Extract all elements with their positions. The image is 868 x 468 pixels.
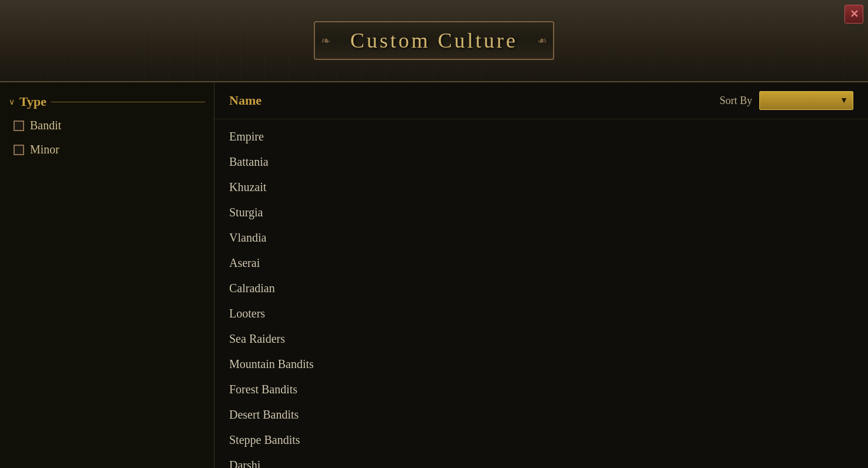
filter-item-bandit[interactable]: Bandit bbox=[9, 116, 205, 135]
list-item[interactable]: Empire bbox=[215, 124, 868, 149]
column-header: Name Sort By ▼ bbox=[215, 82, 868, 119]
list-item[interactable]: Khuzait bbox=[215, 175, 868, 200]
page-title: Custom Culture bbox=[350, 29, 518, 52]
sidebar: ∨ Type Bandit Minor bbox=[0, 82, 215, 468]
list-item[interactable]: Forest Bandits bbox=[215, 377, 868, 402]
close-button[interactable]: ✕ bbox=[844, 5, 863, 24]
filter-title: Type bbox=[19, 94, 46, 109]
list-item[interactable]: Aserai bbox=[215, 250, 868, 276]
list-item[interactable]: Sea Raiders bbox=[215, 326, 868, 352]
column-name-label: Name bbox=[229, 93, 262, 108]
sort-section: Sort By ▼ bbox=[719, 91, 853, 110]
list-item[interactable]: Darshi bbox=[215, 453, 868, 468]
header: Custom Culture ✕ bbox=[0, 0, 868, 82]
list-item[interactable]: Battania bbox=[215, 149, 868, 175]
chevron-down-icon[interactable]: ∨ bbox=[9, 97, 15, 107]
list-item[interactable]: Sturgia bbox=[215, 200, 868, 225]
sort-dropdown[interactable]: ▼ bbox=[759, 91, 853, 110]
filter-label-bandit: Bandit bbox=[30, 119, 61, 132]
filter-divider bbox=[51, 102, 205, 102]
filter-label-minor: Minor bbox=[30, 143, 59, 156]
list-item[interactable]: Looters bbox=[215, 301, 868, 326]
list-item[interactable]: Calradian bbox=[215, 276, 868, 301]
list-item[interactable]: Steppe Bandits bbox=[215, 427, 868, 453]
sort-by-label: Sort By bbox=[719, 95, 752, 107]
filter-header: ∨ Type bbox=[9, 94, 205, 109]
list-item[interactable]: Desert Bandits bbox=[215, 402, 868, 427]
main-layout: ∨ Type Bandit Minor Name Sort By ▼ bbox=[0, 82, 868, 468]
list-item[interactable]: Mountain Bandits bbox=[215, 352, 868, 377]
title-frame: Custom Culture bbox=[314, 21, 554, 60]
checkbox-minor[interactable] bbox=[14, 145, 24, 155]
list-item[interactable]: Vlandia bbox=[215, 225, 868, 250]
dropdown-arrow-icon: ▼ bbox=[840, 96, 848, 105]
filter-section-type: ∨ Type Bandit Minor bbox=[9, 94, 205, 159]
culture-list: EmpireBattaniaKhuzaitSturgiaVlandiaAsera… bbox=[215, 119, 868, 468]
content-area: Name Sort By ▼ EmpireBattaniaKhuzaitStur… bbox=[215, 82, 868, 468]
checkbox-bandit[interactable] bbox=[14, 121, 24, 131]
filter-item-minor[interactable]: Minor bbox=[9, 141, 205, 159]
